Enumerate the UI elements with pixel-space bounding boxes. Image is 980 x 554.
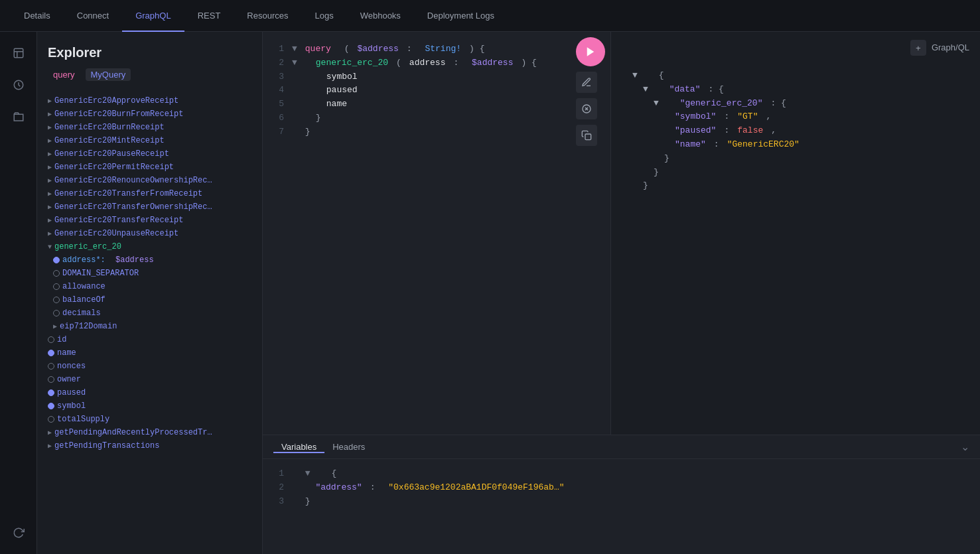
list-item[interactable]: ▶GenericErc20TransferReceipt	[37, 214, 262, 227]
query-editor[interactable]: 1 ▼ query ( $address : String! ) { 2 ▼ g…	[263, 32, 611, 435]
headers-tab[interactable]: Headers	[324, 442, 373, 453]
sidebar-refresh-icon[interactable]	[8, 522, 29, 543]
allowance-item[interactable]: allowance	[37, 280, 262, 293]
variables-tab[interactable]: Variables	[273, 442, 324, 453]
explorer-header: Explorer query MyQuery	[37, 32, 262, 89]
query-keyword-tab[interactable]: query	[48, 68, 80, 81]
nonces-item[interactable]: nonces	[37, 360, 262, 373]
clear-button[interactable]	[576, 98, 597, 119]
copy-button[interactable]	[576, 125, 597, 146]
result-symbol: "symbol": "GT",	[632, 110, 959, 124]
list-item[interactable]: ▶GenericErc20MintReceipt	[37, 134, 262, 147]
list-item[interactable]: ▶GenericErc20RenounceOwnershipRec…	[37, 174, 262, 187]
prettify-button[interactable]	[576, 72, 597, 93]
result-close-1: }	[632, 152, 959, 166]
get-pending-recently-item[interactable]: ▶getPendingAndRecentlyProcessedTr…	[37, 426, 262, 439]
result-close-3: }	[632, 179, 959, 193]
active-query-tab[interactable]: MyQuery	[86, 68, 131, 81]
var-line-1: 1 ▼ {	[273, 467, 969, 481]
list-item[interactable]: ▶GenericErc20ApproveReceipt	[37, 94, 262, 107]
tab-rest[interactable]: REST	[184, 1, 234, 32]
variables-collapse-button[interactable]: ⌄	[961, 441, 969, 453]
tab-details[interactable]: Details	[11, 1, 64, 32]
list-item[interactable]: ▶GenericErc20TransferFromReceipt	[37, 187, 262, 200]
tab-deployment-logs[interactable]: Deployment Logs	[414, 1, 508, 32]
code-line-3: 3 symbol	[273, 70, 600, 84]
code-editor[interactable]: 1 ▼ query ( $address : String! ) { 2 ▼ g…	[263, 32, 610, 435]
result-top-bar: + Graph/QL	[910, 40, 969, 56]
result-line-open: ▼ {	[632, 69, 959, 83]
variables-bar: Variables Headers ⌄ 1 ▼ { 2 "address" : …	[263, 435, 980, 554]
query-tabs: query MyQuery	[48, 68, 251, 81]
code-line-4: 4 paused	[273, 84, 600, 98]
tab-graphql[interactable]: GraphQL	[122, 1, 184, 32]
owner-item[interactable]: owner	[37, 373, 262, 386]
result-line-data: ▼ "data": {	[632, 83, 959, 97]
result-panel: + Graph/QL ▼ { ▼ "data": { ▼ "generic_er…	[611, 32, 980, 435]
list-item[interactable]: ▶GenericErc20BurnFromReceipt	[37, 107, 262, 121]
variables-tabs: Variables Headers ⌄	[263, 435, 980, 459]
code-line-2: 2 ▼ generic_erc_20 ( address : $address …	[273, 56, 600, 70]
var-line-3: 3 }	[273, 495, 969, 509]
main-layout: Explorer query MyQuery ▶GenericErc20Appr…	[0, 32, 980, 554]
tab-logs[interactable]: Logs	[301, 1, 346, 32]
result-paused: "paused": false,	[632, 124, 959, 138]
generic-erc20-item[interactable]: ▼generic_erc_20	[37, 240, 262, 253]
result-close-2: }	[632, 166, 959, 180]
address-field-item[interactable]: address*: $address	[37, 253, 262, 267]
code-line-7: 7 }	[273, 125, 600, 139]
result-line-generic: ▼ "generic_erc_20": {	[632, 97, 959, 111]
domain-separator-item[interactable]: DOMAIN_SEPARATOR	[37, 267, 262, 280]
icon-sidebar	[0, 32, 37, 554]
svg-marker-4	[587, 47, 595, 56]
explorer-title: Explorer	[48, 45, 251, 60]
total-supply-item[interactable]: totalSupply	[37, 413, 262, 426]
name-item[interactable]: name	[37, 346, 262, 360]
decimals-item[interactable]: decimals	[37, 307, 262, 320]
svg-rect-0	[14, 48, 23, 58]
run-query-button[interactable]	[576, 37, 605, 66]
var-line-2: 2 "address" : "0x663ac9e1202aBA1DF0f049e…	[273, 481, 969, 495]
eip712-domain-item[interactable]: ▶ eip712Domain	[37, 320, 262, 333]
result-name: "name": "GenericERC20"	[632, 138, 959, 152]
sidebar-docs-icon[interactable]	[8, 42, 29, 64]
list-item[interactable]: ▶GenericErc20PermitReceipt	[37, 161, 262, 174]
result-code: ▼ { ▼ "data": { ▼ "generic_erc_20": { "s…	[622, 42, 969, 204]
tab-resources[interactable]: Resources	[234, 1, 301, 32]
list-item[interactable]: ▶GenericErc20UnpauseReceipt	[37, 227, 262, 240]
sidebar-folder-icon[interactable]	[8, 106, 29, 127]
editor-main: 1 ▼ query ( $address : String! ) { 2 ▼ g…	[263, 32, 980, 435]
list-item[interactable]: ▶GenericErc20TransferOwnershipRec…	[37, 200, 262, 214]
balance-of-item[interactable]: balanceOf	[37, 293, 262, 307]
explorer-panel: Explorer query MyQuery ▶GenericErc20Appr…	[37, 32, 263, 554]
graphiql-label: Graph/QL	[932, 41, 969, 55]
add-tab-button[interactable]: +	[910, 40, 926, 56]
code-line-1: 1 ▼ query ( $address : String! ) {	[273, 42, 600, 56]
list-item[interactable]: ▶GenericErc20BurnReceipt	[37, 121, 262, 134]
get-pending-transactions-item[interactable]: ▶getPendingTransactions	[37, 439, 262, 452]
sidebar-history-icon[interactable]	[8, 74, 29, 96]
symbol-item[interactable]: symbol	[37, 399, 262, 413]
tab-connect[interactable]: Connect	[64, 1, 122, 32]
code-line-6: 6 }	[273, 111, 600, 125]
id-item[interactable]: id	[37, 333, 262, 346]
editor-area: 1 ▼ query ( $address : String! ) { 2 ▼ g…	[263, 32, 980, 554]
tab-webhooks[interactable]: Webhooks	[347, 1, 414, 32]
editor-toolbar	[576, 37, 605, 146]
variables-content: 1 ▼ { 2 "address" : "0x663ac9e1202aBA1DF…	[263, 459, 980, 554]
svg-rect-8	[585, 134, 591, 140]
paused-item[interactable]: paused	[37, 386, 262, 399]
top-navigation: Details Connect GraphQL REST Resources L…	[0, 0, 980, 32]
explorer-list: ▶GenericErc20ApproveReceipt ▶GenericErc2…	[37, 89, 262, 554]
code-line-5: 5 name	[273, 98, 600, 111]
list-item[interactable]: ▶GenericErc20PauseReceipt	[37, 147, 262, 161]
